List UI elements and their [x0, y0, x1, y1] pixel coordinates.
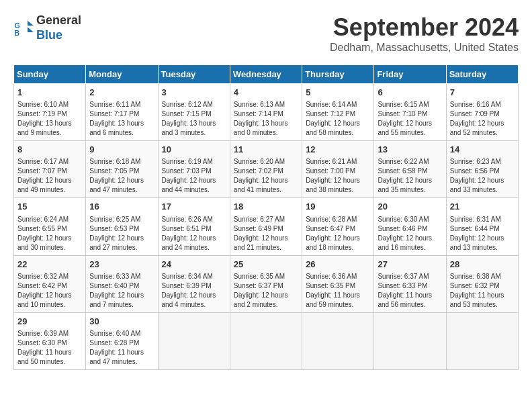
day-info: Sunrise: 6:19 AM Sunset: 7:03 PM Dayligh… [162, 157, 226, 195]
calendar-cell: 1Sunrise: 6:10 AM Sunset: 7:19 PM Daylig… [14, 84, 86, 141]
calendar-cell: 16Sunrise: 6:25 AM Sunset: 6:53 PM Dayli… [86, 198, 158, 255]
calendar-cell: 26Sunrise: 6:36 AM Sunset: 6:35 PM Dayli… [302, 255, 374, 312]
day-number: 1 [17, 87, 82, 99]
calendar-cell: 24Sunrise: 6:34 AM Sunset: 6:39 PM Dayli… [158, 255, 230, 312]
svg-text:B: B [15, 29, 20, 37]
calendar-cell: 15Sunrise: 6:24 AM Sunset: 6:55 PM Dayli… [14, 198, 86, 255]
day-info: Sunrise: 6:28 AM Sunset: 6:47 PM Dayligh… [306, 215, 370, 253]
day-info: Sunrise: 6:37 AM Sunset: 6:33 PM Dayligh… [378, 272, 442, 310]
logo: G B General Blue [13, 13, 81, 42]
calendar-cell: 11Sunrise: 6:20 AM Sunset: 7:02 PM Dayli… [230, 141, 302, 198]
day-number: 29 [17, 316, 82, 328]
calendar-cell: 29Sunrise: 6:39 AM Sunset: 6:30 PM Dayli… [14, 312, 86, 369]
calendar-cell: 17Sunrise: 6:26 AM Sunset: 6:51 PM Dayli… [158, 198, 230, 255]
day-info: Sunrise: 6:35 AM Sunset: 6:37 PM Dayligh… [234, 272, 298, 310]
calendar-cell: 6Sunrise: 6:15 AM Sunset: 7:10 PM Daylig… [374, 84, 446, 141]
day-number: 9 [89, 144, 154, 156]
day-info: Sunrise: 6:30 AM Sunset: 6:46 PM Dayligh… [378, 215, 442, 253]
day-number: 11 [234, 144, 298, 156]
day-number: 17 [162, 201, 226, 213]
calendar-cell: 23Sunrise: 6:33 AM Sunset: 6:40 PM Dayli… [86, 255, 158, 312]
calendar-cell: 14Sunrise: 6:23 AM Sunset: 6:56 PM Dayli… [446, 141, 518, 198]
weekday-tuesday: Tuesday [158, 65, 230, 84]
day-number: 10 [162, 144, 226, 156]
week-row-3: 15Sunrise: 6:24 AM Sunset: 6:55 PM Dayli… [14, 198, 519, 255]
day-info: Sunrise: 6:34 AM Sunset: 6:39 PM Dayligh… [162, 272, 226, 310]
calendar-cell [230, 312, 302, 369]
day-number: 23 [89, 259, 154, 271]
weekday-header-row: SundayMondayTuesdayWednesdayThursdayFrid… [14, 65, 519, 84]
calendar-cell: 3Sunrise: 6:12 AM Sunset: 7:15 PM Daylig… [158, 84, 230, 141]
day-number: 25 [234, 259, 298, 271]
day-number: 24 [162, 259, 226, 271]
calendar-cell [158, 312, 230, 369]
day-number: 19 [306, 201, 370, 213]
day-info: Sunrise: 6:39 AM Sunset: 6:30 PM Dayligh… [17, 329, 82, 367]
day-number: 15 [17, 201, 82, 213]
day-info: Sunrise: 6:27 AM Sunset: 6:49 PM Dayligh… [234, 215, 298, 253]
calendar-cell: 13Sunrise: 6:22 AM Sunset: 6:58 PM Dayli… [374, 141, 446, 198]
day-info: Sunrise: 6:11 AM Sunset: 7:17 PM Dayligh… [89, 100, 154, 138]
day-number: 4 [234, 87, 298, 99]
logo-general: General [36, 13, 81, 28]
day-number: 14 [450, 144, 515, 156]
day-number: 6 [378, 87, 442, 99]
weekday-saturday: Saturday [446, 65, 518, 84]
calendar-cell: 8Sunrise: 6:17 AM Sunset: 7:07 PM Daylig… [14, 141, 86, 198]
day-info: Sunrise: 6:12 AM Sunset: 7:15 PM Dayligh… [162, 100, 226, 138]
calendar-table: SundayMondayTuesdayWednesdayThursdayFrid… [13, 64, 519, 370]
calendar-cell [302, 312, 374, 369]
logo-icon: G B [13, 18, 34, 38]
day-info: Sunrise: 6:22 AM Sunset: 6:58 PM Dayligh… [378, 157, 442, 195]
day-info: Sunrise: 6:13 AM Sunset: 7:14 PM Dayligh… [234, 100, 298, 138]
calendar-cell: 7Sunrise: 6:16 AM Sunset: 7:09 PM Daylig… [446, 84, 518, 141]
day-number: 8 [17, 144, 82, 156]
day-info: Sunrise: 6:14 AM Sunset: 7:12 PM Dayligh… [306, 100, 370, 138]
day-info: Sunrise: 6:36 AM Sunset: 6:35 PM Dayligh… [306, 272, 370, 310]
day-info: Sunrise: 6:31 AM Sunset: 6:44 PM Dayligh… [450, 215, 515, 253]
svg-text:G: G [15, 21, 20, 30]
day-info: Sunrise: 6:17 AM Sunset: 7:07 PM Dayligh… [17, 157, 82, 195]
day-number: 27 [378, 259, 442, 271]
calendar-cell [374, 312, 446, 369]
day-number: 22 [17, 259, 82, 271]
title-area: September 2024 Dedham, Massachusetts, Un… [330, 13, 519, 54]
calendar-body: 1Sunrise: 6:10 AM Sunset: 7:19 PM Daylig… [14, 84, 519, 370]
calendar-cell: 18Sunrise: 6:27 AM Sunset: 6:49 PM Dayli… [230, 198, 302, 255]
calendar-cell: 27Sunrise: 6:37 AM Sunset: 6:33 PM Dayli… [374, 255, 446, 312]
day-info: Sunrise: 6:23 AM Sunset: 6:56 PM Dayligh… [450, 157, 515, 195]
day-info: Sunrise: 6:21 AM Sunset: 7:00 PM Dayligh… [306, 157, 370, 195]
day-number: 13 [378, 144, 442, 156]
weekday-thursday: Thursday [302, 65, 374, 84]
svg-marker-2 [28, 20, 34, 26]
day-info: Sunrise: 6:25 AM Sunset: 6:53 PM Dayligh… [89, 215, 154, 253]
day-info: Sunrise: 6:18 AM Sunset: 7:05 PM Dayligh… [89, 157, 154, 195]
month-title: September 2024 [330, 13, 519, 42]
weekday-monday: Monday [86, 65, 158, 84]
day-info: Sunrise: 6:24 AM Sunset: 6:55 PM Dayligh… [17, 215, 82, 253]
day-info: Sunrise: 6:38 AM Sunset: 6:32 PM Dayligh… [450, 272, 515, 310]
day-info: Sunrise: 6:15 AM Sunset: 7:10 PM Dayligh… [378, 100, 442, 138]
calendar-cell: 21Sunrise: 6:31 AM Sunset: 6:44 PM Dayli… [446, 198, 518, 255]
week-row-5: 29Sunrise: 6:39 AM Sunset: 6:30 PM Dayli… [14, 312, 519, 369]
day-info: Sunrise: 6:33 AM Sunset: 6:40 PM Dayligh… [89, 272, 154, 310]
day-number: 7 [450, 87, 515, 99]
day-number: 30 [89, 316, 154, 328]
day-info: Sunrise: 6:26 AM Sunset: 6:51 PM Dayligh… [162, 215, 226, 253]
day-number: 16 [89, 201, 154, 213]
calendar-cell: 4Sunrise: 6:13 AM Sunset: 7:14 PM Daylig… [230, 84, 302, 141]
day-info: Sunrise: 6:16 AM Sunset: 7:09 PM Dayligh… [450, 100, 515, 138]
calendar-cell: 20Sunrise: 6:30 AM Sunset: 6:46 PM Dayli… [374, 198, 446, 255]
week-row-4: 22Sunrise: 6:32 AM Sunset: 6:42 PM Dayli… [14, 255, 519, 312]
day-info: Sunrise: 6:32 AM Sunset: 6:42 PM Dayligh… [17, 272, 82, 310]
calendar-cell: 12Sunrise: 6:21 AM Sunset: 7:00 PM Dayli… [302, 141, 374, 198]
calendar-cell: 2Sunrise: 6:11 AM Sunset: 7:17 PM Daylig… [86, 84, 158, 141]
week-row-1: 1Sunrise: 6:10 AM Sunset: 7:19 PM Daylig… [14, 84, 519, 141]
header: G B General Blue September 2024 Dedham, … [13, 13, 519, 54]
day-number: 21 [450, 201, 515, 213]
day-number: 2 [89, 87, 154, 99]
calendar-cell: 10Sunrise: 6:19 AM Sunset: 7:03 PM Dayli… [158, 141, 230, 198]
day-number: 12 [306, 144, 370, 156]
calendar-cell: 25Sunrise: 6:35 AM Sunset: 6:37 PM Dayli… [230, 255, 302, 312]
day-number: 26 [306, 259, 370, 271]
